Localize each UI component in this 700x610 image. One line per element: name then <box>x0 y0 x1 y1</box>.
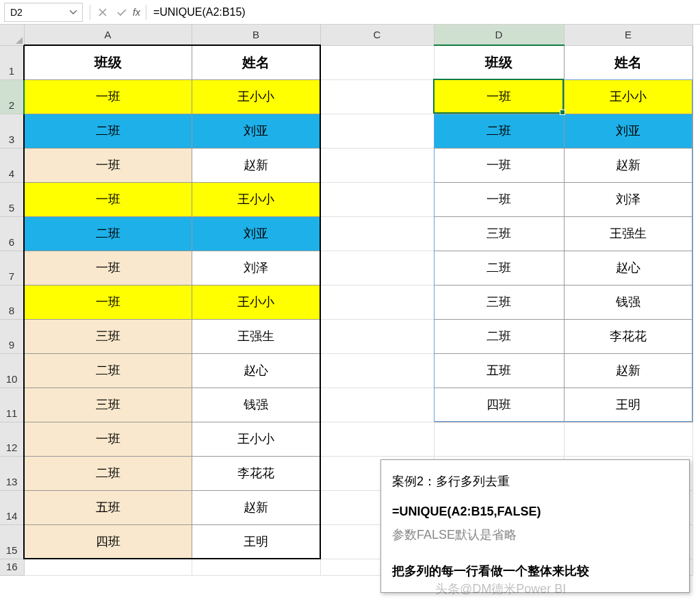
row-header[interactable]: 3 <box>0 114 24 148</box>
row-header[interactable]: 11 <box>0 387 24 422</box>
cell[interactable]: 二班 <box>24 353 192 387</box>
cell[interactable]: 班级 <box>434 45 564 79</box>
cell[interactable]: 赵心 <box>192 353 320 387</box>
cell[interactable]: 刘亚 <box>192 216 320 251</box>
select-all-corner[interactable] <box>0 25 24 45</box>
fx-icon[interactable]: fx <box>133 7 140 18</box>
formula-input[interactable] <box>149 3 700 22</box>
cell[interactable]: 二班 <box>434 319 564 353</box>
cell[interactable] <box>320 79 434 114</box>
cell[interactable]: 赵新 <box>192 148 320 182</box>
cell[interactable]: 王强生 <box>192 319 320 353</box>
cell[interactable]: 王小小 <box>192 79 320 114</box>
cell[interactable]: 赵新 <box>192 490 320 524</box>
cell[interactable]: 赵心 <box>564 251 692 285</box>
cell[interactable] <box>320 285 434 319</box>
cell[interactable]: 一班 <box>24 422 192 456</box>
cell[interactable] <box>564 422 692 456</box>
cell[interactable] <box>320 216 434 251</box>
cell[interactable]: 刘泽 <box>564 182 692 216</box>
cell[interactable] <box>320 422 434 456</box>
cell[interactable] <box>320 45 434 79</box>
row-header[interactable]: 2 <box>0 79 24 114</box>
row-header[interactable]: 15 <box>0 524 24 559</box>
column-header[interactable]: B <box>192 25 320 45</box>
row-header[interactable]: 7 <box>0 251 24 285</box>
cell[interactable]: 四班 <box>434 387 564 422</box>
column-header[interactable]: D <box>434 25 564 45</box>
cell[interactable]: 三班 <box>434 285 564 319</box>
cell[interactable]: 二班 <box>434 114 564 148</box>
cell[interactable]: 三班 <box>24 319 192 353</box>
cell[interactable]: 一班 <box>24 251 192 285</box>
cell[interactable]: 赵新 <box>564 148 692 182</box>
cell[interactable]: 王强生 <box>564 216 692 251</box>
cell[interactable]: 钱强 <box>192 387 320 422</box>
cell[interactable]: 刘亚 <box>192 114 320 148</box>
cell-reference: D2 <box>10 7 23 18</box>
cell[interactable]: 赵新 <box>564 353 692 387</box>
row-header[interactable]: 13 <box>0 456 24 490</box>
cell[interactable]: 钱强 <box>564 285 692 319</box>
cell[interactable]: 三班 <box>434 216 564 251</box>
cell[interactable]: 王明 <box>192 524 320 559</box>
cell[interactable] <box>320 319 434 353</box>
column-header[interactable]: A <box>24 25 192 45</box>
cell[interactable]: 一班 <box>24 182 192 216</box>
cell[interactable] <box>320 251 434 285</box>
cell[interactable] <box>320 148 434 182</box>
comment-box: 案例2：多行多列去重 =UNIQUE(A2:B15,FALSE) 参数FALSE… <box>380 459 690 593</box>
cell[interactable]: 二班 <box>24 216 192 251</box>
cell[interactable]: 李花花 <box>564 319 692 353</box>
cancel-icon[interactable] <box>93 3 112 22</box>
cell[interactable]: 刘泽 <box>192 251 320 285</box>
cell[interactable]: 二班 <box>434 251 564 285</box>
enter-icon[interactable] <box>112 3 131 22</box>
divider <box>146 5 146 20</box>
cell[interactable]: 三班 <box>24 387 192 422</box>
row-header[interactable]: 1 <box>0 45 24 79</box>
cell[interactable] <box>320 114 434 148</box>
cell[interactable]: 二班 <box>24 114 192 148</box>
cell[interactable]: 一班 <box>434 148 564 182</box>
row-header[interactable]: 9 <box>0 319 24 353</box>
cell[interactable]: 王明 <box>564 387 692 422</box>
cell[interactable]: 王小小 <box>192 285 320 319</box>
cell[interactable]: 二班 <box>24 456 192 490</box>
column-header[interactable]: E <box>564 25 692 45</box>
cell[interactable]: 五班 <box>24 490 192 524</box>
cell[interactable]: 一班 <box>434 182 564 216</box>
row-header[interactable]: 12 <box>0 422 24 456</box>
cell[interactable] <box>320 182 434 216</box>
row-header[interactable]: 8 <box>0 285 24 319</box>
cell[interactable]: 一班 <box>24 148 192 182</box>
cell[interactable]: 四班 <box>24 524 192 559</box>
cell[interactable]: 刘亚 <box>564 114 692 148</box>
column-header[interactable]: C <box>320 25 434 45</box>
cell[interactable]: 一班 <box>24 79 192 114</box>
cell[interactable]: 一班 <box>434 79 564 114</box>
cell[interactable]: 一班 <box>24 285 192 319</box>
cell[interactable]: 王小小 <box>564 79 692 114</box>
chevron-down-icon[interactable] <box>70 8 77 16</box>
cell[interactable]: 班级 <box>24 45 192 79</box>
cell[interactable] <box>320 387 434 422</box>
cell[interactable]: 王小小 <box>192 422 320 456</box>
row-header[interactable]: 4 <box>0 148 24 182</box>
row-header[interactable]: 5 <box>0 182 24 216</box>
cell[interactable]: 五班 <box>434 353 564 387</box>
row-header[interactable]: 14 <box>0 490 24 524</box>
cell[interactable] <box>24 559 192 575</box>
formula-bar: D2 fx <box>0 0 700 25</box>
cell[interactable] <box>320 353 434 387</box>
cell[interactable]: 姓名 <box>192 45 320 79</box>
row-header[interactable]: 10 <box>0 353 24 387</box>
row-header[interactable]: 16 <box>0 559 24 575</box>
cell[interactable]: 李花花 <box>192 456 320 490</box>
cell[interactable]: 姓名 <box>564 45 692 79</box>
name-box[interactable]: D2 <box>4 3 83 22</box>
row-header[interactable]: 6 <box>0 216 24 251</box>
cell[interactable] <box>192 559 320 575</box>
cell[interactable]: 王小小 <box>192 182 320 216</box>
cell[interactable] <box>434 422 564 456</box>
